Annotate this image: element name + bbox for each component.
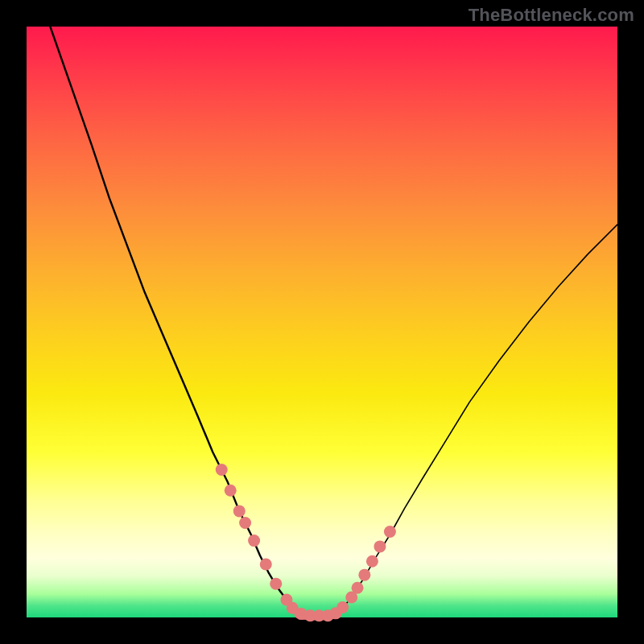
scatter-dot <box>225 485 237 497</box>
scatter-dot <box>374 540 386 552</box>
scatter-dot <box>216 464 228 476</box>
scatter-dot <box>336 601 349 613</box>
watermark-text: TheBottleneck.com <box>469 5 634 26</box>
scatter-dot <box>248 535 260 547</box>
chart-container: TheBottleneck.com <box>0 0 644 644</box>
scatter-dot <box>366 555 378 568</box>
scatter-dot <box>384 526 396 538</box>
curve-lines <box>50 27 617 617</box>
scatter-dot <box>270 578 282 590</box>
scatter-dot <box>358 569 370 581</box>
scatter-dot <box>260 558 272 570</box>
scatter-dot <box>233 505 246 517</box>
scatter-dot <box>239 517 251 529</box>
left-curve <box>50 27 298 614</box>
right-curve <box>334 225 617 614</box>
scatter-dots <box>216 464 396 621</box>
chart-overlay <box>27 27 617 617</box>
scatter-dot <box>352 582 364 594</box>
